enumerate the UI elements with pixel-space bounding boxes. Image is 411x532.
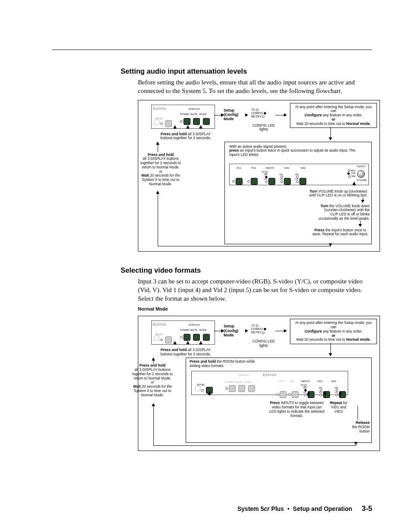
power-button-icon bbox=[184, 118, 190, 125]
brand-3: Extron bbox=[263, 373, 277, 377]
box-anypoint: At any point after entering the Setup mo… bbox=[290, 103, 377, 128]
label-volume: VOLUME bbox=[357, 179, 367, 181]
btn-vid1-icon bbox=[284, 178, 291, 185]
btn-in3-icon bbox=[268, 178, 275, 185]
lbl-mute: MUTE bbox=[190, 113, 198, 115]
txt-press-input3: Press INPUT3 to toggle between video for… bbox=[269, 401, 325, 418]
body-video: Input 3 can be set to accept computer-vi… bbox=[138, 277, 372, 303]
footer-product: System 5 bbox=[237, 505, 264, 512]
txt-repeat: Repeat for VID1 and VID2 bbox=[327, 401, 351, 414]
leds-config-2: TX CONFIG RETRY bbox=[251, 324, 274, 334]
btn-pc1-icon bbox=[236, 178, 243, 185]
txt-config-led-2: CONFIG LED lights bbox=[249, 339, 279, 348]
volume-knob-icon bbox=[357, 170, 365, 178]
footer-bullet-icon: • bbox=[286, 505, 291, 512]
txt-release-room: Releasethe ROOM button bbox=[350, 421, 370, 433]
label-normal-mode: Normal Mode bbox=[138, 306, 372, 311]
leds-config: TX CONFIG RETRY bbox=[251, 108, 274, 118]
lbl-pc1: PC1 bbox=[232, 167, 246, 169]
brand: Extron bbox=[153, 106, 167, 111]
txt-config-led: CONFIG LED lights bbox=[249, 124, 279, 132]
lbl-in3: INPUT3 bbox=[261, 167, 278, 169]
mode-button-icon bbox=[203, 118, 210, 125]
label-display-group-3: DISPLAY bbox=[238, 374, 250, 377]
txt-setup-mode: Setup (Config) Mode bbox=[224, 108, 244, 121]
panel-inputs-audio: PC1 PC2 INPUT3 VID1 VID2 PCVIDY/C VIDY/C… bbox=[229, 164, 369, 185]
heading-audio: Setting audio input attenuation levels bbox=[121, 67, 372, 75]
txt-setup-mode-2: Setup (Config) Mode bbox=[224, 324, 244, 337]
footer-sigma: cr bbox=[264, 505, 269, 512]
footer-plus: Plus bbox=[270, 505, 284, 512]
flowchart-video: Extron DISPLAY ROOM POWER MUTE MODE bbox=[138, 316, 380, 451]
label-display-group-2: DISPLAY bbox=[189, 324, 200, 327]
rule-top bbox=[52, 50, 372, 50]
lbl-pc2: PC2 bbox=[247, 167, 261, 169]
txt-press-hold-all3: Press and hold all 3 DISPLAY buttons tog… bbox=[158, 132, 214, 141]
box-anypoint-2: At any point after entering the Setup mo… bbox=[290, 319, 377, 344]
txt-return-hold-2: Press and hold all 3 DISPLAY buttons tog… bbox=[129, 364, 176, 397]
footer-page-number: 3-5 bbox=[361, 504, 372, 513]
brand-2: Extron bbox=[153, 322, 167, 327]
box-inner-audio: With an active audio signal present, pre… bbox=[224, 142, 372, 244]
txt-press-hold-all3-2: Press and hold all 3 DISPLAY buttons tog… bbox=[158, 348, 214, 357]
mute-button-icon bbox=[193, 118, 200, 125]
heading-video: Selecting video formats bbox=[121, 266, 372, 274]
body-audio: Before setting the audio levels, ensure … bbox=[138, 78, 372, 96]
panel-display-2: Extron DISPLAY ROOM POWER MUTE MODE bbox=[151, 320, 215, 345]
txt-turn-up: Turn VOLUME knob up (clockwise) until CL… bbox=[306, 190, 371, 198]
flowchart-audio: Extron DISPLAY ROOM POWER MUTE MODE bbox=[138, 100, 380, 252]
btn-vid2-icon bbox=[299, 178, 306, 185]
txt-return-hold: Press and hold all 3 DISPLAY buttons tog… bbox=[137, 153, 184, 187]
lbl-mode: MODE bbox=[199, 113, 207, 115]
lbl-vid2: VID2 bbox=[295, 167, 311, 169]
btn-pc2-icon bbox=[251, 178, 258, 185]
txt-hold-room: Press and hold the ROOM button while set… bbox=[190, 360, 263, 368]
lbl-power: POWER bbox=[180, 113, 189, 115]
label-audio-group: AUDIO bbox=[357, 165, 366, 168]
lbl-vid1: VID1 bbox=[279, 167, 295, 169]
page-footer: System 5cr Plus • Setup and Operation 3-… bbox=[237, 504, 372, 513]
box-inner-video: Press and hold the ROOM button while set… bbox=[186, 358, 372, 443]
page: Setting audio input attenuation levels B… bbox=[0, 0, 411, 532]
footer-section: Setup and Operation bbox=[293, 505, 352, 512]
txt-active-signal: With an active audio signal present, pre… bbox=[229, 145, 358, 157]
room-button-icon bbox=[165, 120, 172, 127]
txt-press-save: Press the input's button once to save. R… bbox=[310, 228, 371, 237]
txt-turn-down: Turn the VOLUME knob down (counter-clock… bbox=[315, 204, 370, 221]
label-display-group: DISPLAY bbox=[189, 108, 200, 111]
panel-display: Extron DISPLAY ROOM POWER MUTE MODE bbox=[151, 105, 215, 129]
